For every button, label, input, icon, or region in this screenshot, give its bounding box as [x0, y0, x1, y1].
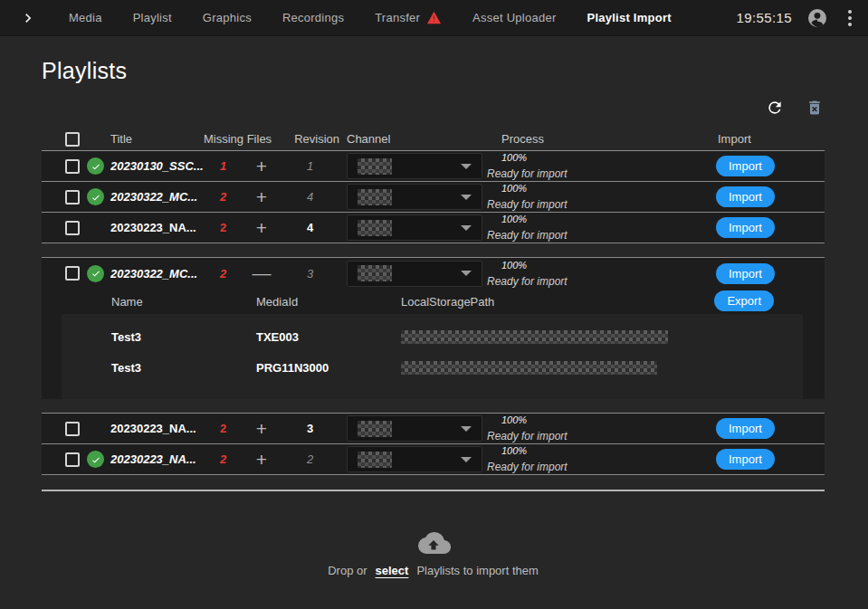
import-button[interactable]: Import — [716, 217, 775, 238]
redacted-local-storage-path — [401, 361, 657, 375]
check-circle-icon — [87, 157, 104, 175]
playlist-title: 20230223_NA... — [110, 452, 204, 466]
channel-select[interactable] — [347, 184, 482, 210]
refresh-icon[interactable] — [765, 98, 785, 118]
table-row: 20230223_NA... 2 + 4 100% Ready for impo… — [42, 213, 825, 243]
process-cell: 100% Ready for import — [487, 260, 716, 288]
row-checkbox[interactable] — [65, 422, 80, 436]
revision-value: 3 — [281, 267, 339, 281]
page-title: Playlists — [42, 58, 825, 84]
redacted-channel-value — [358, 189, 392, 205]
col-header-import: Import — [718, 132, 825, 146]
account-circle-icon[interactable] — [806, 7, 828, 29]
import-button[interactable]: Import — [716, 418, 775, 439]
detail-header-row: Name MediaId LocalStoragePath — [42, 289, 825, 314]
clock: 19:55:15 — [736, 10, 792, 25]
nav-item-graphics[interactable]: Graphics — [203, 11, 252, 24]
redacted-local-storage-path — [401, 330, 668, 344]
revision-value: 3 — [281, 422, 339, 435]
missing-files-count: 1 — [204, 159, 243, 173]
table-row: 20230223_NA... 2 + 2 100% Ready for impo… — [42, 444, 825, 475]
warning-triangle-icon — [426, 11, 442, 24]
import-button[interactable]: Import — [716, 186, 775, 207]
row-checkbox[interactable] — [65, 452, 80, 467]
process-cell: 100% Ready for import — [487, 183, 716, 211]
import-button[interactable]: Import — [716, 263, 775, 284]
expand-row-button[interactable]: + — [243, 219, 281, 237]
redacted-channel-value — [358, 452, 392, 468]
chevron-right-icon[interactable] — [18, 8, 38, 28]
playlist-title: 20230130_SSC... — [110, 159, 204, 173]
caret-down-icon — [461, 457, 472, 462]
drop-text-suffix: Playlists to import them — [416, 564, 538, 577]
cloud-upload-icon — [415, 529, 452, 557]
detail-row: Test3 PRG11N3000 — [62, 352, 803, 383]
channel-select[interactable] — [347, 153, 482, 179]
expand-row-button[interactable]: + — [243, 188, 281, 206]
revision-value: 1 — [281, 159, 339, 173]
channel-select[interactable] — [347, 446, 482, 472]
row-checkbox[interactable] — [65, 221, 80, 235]
nav-item-label: Asset Uploader — [472, 11, 556, 24]
detail-col-header-mediaid: MediaId — [256, 295, 401, 309]
nav-item-label: Playlist — [133, 11, 172, 24]
row-checkbox[interactable] — [65, 190, 80, 205]
expand-row-button[interactable]: + — [243, 451, 281, 469]
detail-name: Test3 — [111, 330, 256, 344]
table-group: 20230223_NA... 2 + 3 100% Ready for impo… — [42, 413, 825, 475]
select-all-checkbox[interactable] — [65, 132, 80, 147]
channel-select[interactable] — [347, 261, 482, 287]
nav-item-asset-uploader[interactable]: Asset Uploader — [472, 11, 556, 24]
nav-item-label: Graphics — [203, 11, 252, 24]
row-checkbox[interactable] — [65, 266, 80, 281]
nav-item-label: Media — [69, 11, 102, 24]
detail-row: Test3 TXE003 — [62, 321, 803, 352]
revision-value: 4 — [281, 190, 339, 204]
playlist-title: 20230322_MC... — [110, 267, 204, 281]
nav-item-transfer[interactable]: Transfer — [375, 11, 442, 24]
nav-item-playlist-import[interactable]: Playlist Import — [587, 11, 671, 24]
export-button[interactable]: Export — [714, 290, 774, 311]
missing-files-count: 2 — [204, 190, 243, 204]
row-checkbox[interactable] — [65, 159, 80, 174]
select-files-link[interactable]: select — [373, 564, 412, 577]
kebab-menu-icon[interactable] — [843, 8, 857, 28]
table-row: 20230130_SSC... 1 + 1 100% Ready for imp… — [42, 151, 825, 182]
channel-select[interactable] — [347, 415, 482, 442]
expand-row-button[interactable]: + — [243, 157, 281, 176]
table-group: 20230130_SSC... 1 + 1 100% Ready for imp… — [42, 151, 825, 243]
trash-icon[interactable] — [805, 98, 825, 118]
playlist-dropzone[interactable]: Drop or select Playlists to import them — [42, 529, 825, 577]
process-status: Ready for import — [487, 461, 691, 473]
nav-item-playlist[interactable]: Playlist — [133, 11, 172, 24]
expand-row-button[interactable]: + — [243, 420, 281, 438]
detail-panel: Test3 TXE003 Test3 PRG11N3000 — [62, 314, 803, 399]
check-circle-icon — [87, 188, 104, 205]
top-navbar: Media Playlist Graphics Recordings Trans… — [0, 0, 868, 36]
import-button[interactable]: Import — [716, 156, 775, 176]
process-status: Ready for import — [487, 430, 691, 442]
table-row: 20230223_NA... 2 + 3 100% Ready for impo… — [42, 414, 825, 444]
drop-text-prefix: Drop or — [328, 564, 367, 577]
redacted-channel-value — [358, 158, 392, 175]
missing-files-count: 2 — [204, 422, 243, 435]
channel-select[interactable] — [347, 214, 482, 241]
collapse-row-button[interactable]: — — [243, 264, 281, 282]
col-header-channel: Channel — [347, 132, 487, 146]
col-header-revision: Revision — [294, 132, 339, 146]
revision-value: 4 — [281, 221, 339, 234]
nav-item-media[interactable]: Media — [69, 11, 102, 24]
playlist-title: 20230223_NA... — [110, 422, 204, 435]
detail-mediaid: TXE003 — [256, 330, 401, 344]
col-header-process: Process — [501, 132, 716, 146]
missing-files-count: 2 — [204, 452, 243, 466]
detail-mediaid: PRG11N3000 — [256, 361, 401, 375]
import-button[interactable]: Import — [716, 449, 775, 470]
redacted-channel-value — [358, 220, 392, 236]
nav-item-recordings[interactable]: Recordings — [282, 11, 344, 24]
process-status: Ready for import — [487, 167, 691, 180]
process-cell: 100% Ready for import — [487, 414, 716, 442]
missing-files-count: 2 — [204, 267, 243, 281]
process-cell: 100% Ready for import — [487, 214, 716, 242]
process-status: Ready for import — [487, 275, 691, 288]
